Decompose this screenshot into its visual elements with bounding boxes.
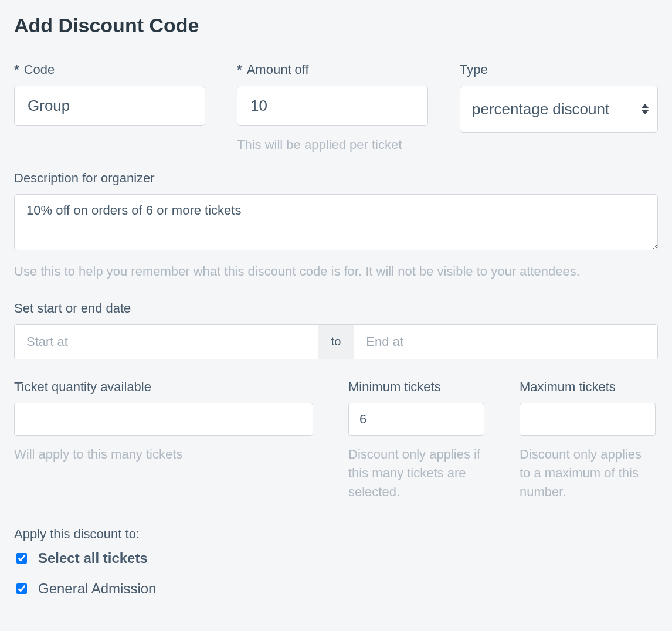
amount-field: Amount off This will be applied per tick… [237, 62, 428, 154]
max-label: Maximum tickets [520, 379, 656, 395]
min-helper: Discount only applies if this many ticke… [348, 445, 484, 501]
amount-helper: This will be applied per ticket [237, 135, 428, 154]
quantity-field: Ticket quantity available Will apply to … [14, 379, 313, 501]
max-helper: Discount only applies to a maximum of th… [520, 445, 656, 501]
quantity-input[interactable] [14, 403, 313, 436]
ticket-checkbox[interactable] [16, 583, 27, 594]
quantity-helper: Will apply to this many tickets [14, 445, 313, 464]
start-date-input[interactable] [15, 325, 318, 359]
description-label: Description for organizer [14, 171, 658, 186]
date-field: Set start or end date to [14, 301, 658, 359]
type-select[interactable]: percentage discount [460, 86, 658, 133]
type-selected-text: percentage discount [472, 100, 609, 118]
date-label: Set start or end date [14, 301, 658, 316]
apply-label: Apply this discount to: [14, 527, 658, 542]
date-separator: to [318, 325, 355, 359]
description-input[interactable] [14, 194, 658, 250]
min-input[interactable] [348, 403, 484, 436]
end-date-input[interactable] [354, 325, 657, 359]
page-title: Add Discount Code [14, 14, 658, 37]
select-all-label: Select all tickets [38, 550, 148, 566]
min-field: Minimum tickets Discount only applies if… [348, 379, 484, 501]
title-divider [14, 42, 658, 42]
select-all-checkbox[interactable] [16, 553, 27, 564]
description-helper: Use this to help you remember what this … [14, 262, 658, 281]
max-input[interactable] [520, 403, 656, 436]
code-input[interactable] [14, 86, 205, 126]
apply-section: Apply this discount to: Select all ticke… [14, 527, 658, 597]
type-field: Type percentage discount [460, 62, 658, 154]
max-field: Maximum tickets Discount only applies to… [520, 379, 656, 501]
select-chevron-icon [641, 104, 649, 114]
amount-input[interactable] [237, 86, 428, 126]
min-label: Minimum tickets [348, 379, 484, 395]
amount-label: Amount off [237, 62, 428, 77]
ticket-label: General Admission [38, 581, 156, 597]
description-field: Description for organizer Use this to he… [14, 171, 658, 281]
code-field: Code [14, 62, 205, 154]
code-label: Code [14, 62, 205, 77]
quantity-label: Ticket quantity available [14, 379, 313, 395]
type-label: Type [460, 62, 658, 77]
